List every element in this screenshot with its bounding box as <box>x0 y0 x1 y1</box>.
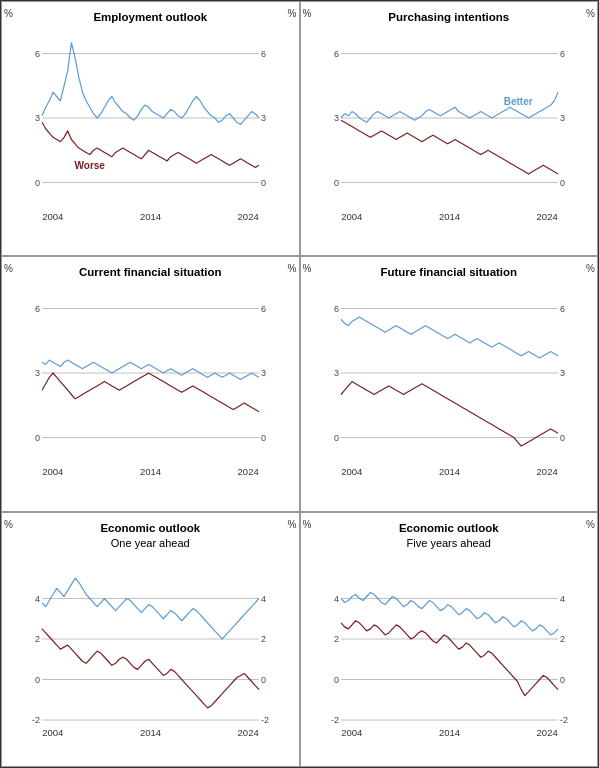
svg-text:2014: 2014 <box>438 466 459 477</box>
chart-area: 003366200420142024 <box>331 282 568 477</box>
svg-text:0: 0 <box>560 674 565 684</box>
svg-text:3: 3 <box>560 368 565 378</box>
svg-text:0: 0 <box>560 177 565 187</box>
svg-text:0: 0 <box>35 433 40 443</box>
svg-text:2004: 2004 <box>341 466 362 477</box>
panel-economic-outlook-1y: %%Economic outlookOne year ahead-2-20022… <box>1 512 300 767</box>
svg-text:6: 6 <box>333 304 338 314</box>
svg-text:2014: 2014 <box>438 727 459 738</box>
svg-text:2004: 2004 <box>341 727 362 738</box>
panel-purchasing-intentions: %%Purchasing intentions00336620042014202… <box>300 1 599 256</box>
chart-grid: %%Employment outlook003366200420142024Wo… <box>0 0 599 768</box>
y-label-left: % <box>303 519 312 530</box>
chart-area: -2-2002244200420142024 <box>32 553 269 738</box>
svg-text:6: 6 <box>333 48 338 58</box>
panel-current-financial: %%Current financial situation00336620042… <box>1 256 300 511</box>
y-label-left: % <box>303 8 312 19</box>
panel-economic-outlook-5y: %%Economic outlookFive years ahead-2-200… <box>300 512 599 767</box>
chart-svg: -2-2002244200420142024 <box>32 553 269 738</box>
y-label-left: % <box>303 263 312 274</box>
chart-area: 003366200420142024Worse <box>32 27 269 222</box>
svg-text:0: 0 <box>261 674 266 684</box>
svg-text:0: 0 <box>333 433 338 443</box>
y-label-right: % <box>288 8 297 19</box>
chart-area: 003366200420142024Better <box>331 27 568 222</box>
svg-text:2024: 2024 <box>238 727 259 738</box>
svg-text:2: 2 <box>333 634 338 644</box>
chart-svg: 003366200420142024Worse <box>32 27 269 222</box>
svg-text:3: 3 <box>261 368 266 378</box>
svg-text:2: 2 <box>35 634 40 644</box>
y-label-left: % <box>4 8 13 19</box>
svg-text:-2: -2 <box>331 715 339 725</box>
svg-text:3: 3 <box>333 113 338 123</box>
svg-text:2014: 2014 <box>438 211 459 222</box>
svg-text:4: 4 <box>560 593 565 603</box>
chart-svg: 003366200420142024Better <box>331 27 568 222</box>
svg-text:6: 6 <box>560 304 565 314</box>
svg-text:2024: 2024 <box>536 466 557 477</box>
svg-text:Better: Better <box>503 96 532 107</box>
panel-employment-outlook: %%Employment outlook003366200420142024Wo… <box>1 1 300 256</box>
y-label-right: % <box>586 8 595 19</box>
svg-text:2: 2 <box>261 634 266 644</box>
svg-text:2004: 2004 <box>341 211 362 222</box>
svg-text:2: 2 <box>560 634 565 644</box>
svg-text:4: 4 <box>35 593 40 603</box>
y-label-right: % <box>288 519 297 530</box>
svg-text:6: 6 <box>560 48 565 58</box>
svg-text:3: 3 <box>333 368 338 378</box>
y-label-left: % <box>4 263 13 274</box>
svg-text:0: 0 <box>333 177 338 187</box>
svg-text:6: 6 <box>35 48 40 58</box>
panel-title: Current financial situation <box>32 261 269 280</box>
chart-svg: 003366200420142024 <box>331 282 568 477</box>
panel-title: Employment outlook <box>32 6 269 25</box>
svg-text:3: 3 <box>560 113 565 123</box>
svg-text:4: 4 <box>333 593 338 603</box>
y-label-right: % <box>288 263 297 274</box>
svg-text:0: 0 <box>560 433 565 443</box>
svg-text:3: 3 <box>35 368 40 378</box>
panel-title: Purchasing intentions <box>331 6 568 25</box>
panel-title: Economic outlookOne year ahead <box>32 517 269 551</box>
chart-svg: -2-2002244200420142024 <box>331 553 568 738</box>
y-label-left: % <box>4 519 13 530</box>
svg-text:2004: 2004 <box>42 466 63 477</box>
svg-text:2024: 2024 <box>238 211 259 222</box>
svg-text:4: 4 <box>261 593 266 603</box>
svg-text:6: 6 <box>261 304 266 314</box>
svg-text:0: 0 <box>261 177 266 187</box>
svg-text:6: 6 <box>35 304 40 314</box>
svg-text:-2: -2 <box>261 715 269 725</box>
svg-text:Worse: Worse <box>75 160 106 171</box>
panel-title: Economic outlookFive years ahead <box>331 517 568 551</box>
chart-svg: 003366200420142024 <box>32 282 269 477</box>
svg-text:2024: 2024 <box>238 466 259 477</box>
svg-text:2024: 2024 <box>536 211 557 222</box>
panel-title: Future financial situation <box>331 261 568 280</box>
svg-text:6: 6 <box>261 48 266 58</box>
svg-text:2024: 2024 <box>536 727 557 738</box>
y-label-right: % <box>586 519 595 530</box>
panel-future-financial: %%Future financial situation003366200420… <box>300 256 599 511</box>
svg-text:-2: -2 <box>32 715 40 725</box>
svg-text:2004: 2004 <box>42 727 63 738</box>
chart-area: 003366200420142024 <box>32 282 269 477</box>
svg-text:0: 0 <box>261 433 266 443</box>
svg-text:2004: 2004 <box>42 211 63 222</box>
svg-text:0: 0 <box>35 177 40 187</box>
svg-text:3: 3 <box>261 113 266 123</box>
svg-text:0: 0 <box>35 674 40 684</box>
svg-text:2014: 2014 <box>140 211 161 222</box>
svg-text:2014: 2014 <box>140 727 161 738</box>
svg-text:3: 3 <box>35 113 40 123</box>
svg-text:0: 0 <box>333 674 338 684</box>
svg-text:2014: 2014 <box>140 466 161 477</box>
y-label-right: % <box>586 263 595 274</box>
svg-text:-2: -2 <box>560 715 568 725</box>
chart-area: -2-2002244200420142024 <box>331 553 568 738</box>
